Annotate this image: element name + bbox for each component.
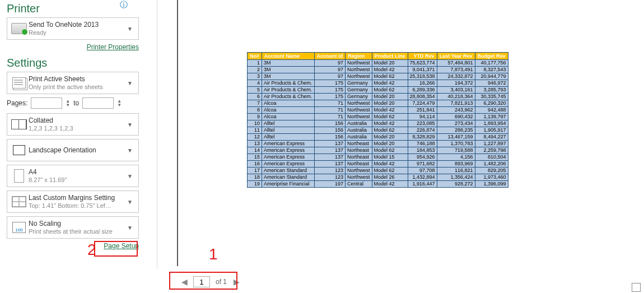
- cell: Model 62: [372, 168, 408, 174]
- printer-icon: [10, 20, 29, 38]
- cell: 1,139,797: [475, 114, 508, 120]
- zoom-to-page-icon[interactable]: [632, 283, 641, 292]
- cell: 175: [314, 80, 346, 87]
- col-header: Account id: [314, 53, 346, 60]
- cell: American Standard: [262, 174, 315, 181]
- table-row: 5Air Products & Chem.175GermanyModel 626…: [248, 87, 508, 94]
- next-page-button[interactable]: ▶: [230, 276, 243, 287]
- cell: Australia: [346, 120, 372, 127]
- cell: 273,434: [437, 120, 475, 127]
- cell: 17: [248, 168, 262, 174]
- cell: Model 62: [372, 147, 408, 154]
- cell: 6,290,320: [475, 100, 508, 107]
- cell: 137: [314, 141, 346, 147]
- cell: Northwest: [346, 100, 372, 107]
- spinner-icon[interactable]: ▲▼: [117, 99, 122, 107]
- cell: 7,873,491: [437, 67, 475, 73]
- paper-size-selector[interactable]: A4 8.27" x 11.69" ▼: [7, 165, 139, 187]
- cell: 8: [248, 107, 262, 114]
- page-number-input[interactable]: [193, 276, 210, 287]
- info-icon[interactable]: ⓘ: [120, 0, 128, 10]
- pages-from-input[interactable]: [31, 97, 62, 109]
- cell: 810,504: [475, 154, 508, 161]
- cell: 197: [314, 181, 346, 188]
- collate-selector[interactable]: Collated 1,2,3 1,2,3 1,2,3 ▼: [7, 113, 139, 136]
- print-what-selector[interactable]: Print Active Sheets Only print the activ…: [7, 72, 139, 94]
- cell: American Express: [262, 147, 315, 154]
- cell: 14: [248, 147, 262, 154]
- print-preview-area: No#Account NameAccount idRegionProduct L…: [157, 0, 644, 269]
- cell: 156: [314, 127, 346, 134]
- cell: 226,874: [408, 127, 437, 134]
- cell: 9,041,371: [408, 67, 437, 73]
- chevron-down-icon: ▼: [127, 147, 136, 154]
- prev-page-button[interactable]: ◀: [178, 276, 191, 287]
- cell: Model 42: [372, 67, 408, 73]
- cell: 11: [248, 127, 262, 134]
- collate-label: Collated: [29, 117, 127, 125]
- printer-selector[interactable]: Send To OneNote 2013 Ready ▼: [7, 17, 139, 40]
- cell: Germany: [346, 87, 372, 94]
- page-setup-link[interactable]: Page Setup: [7, 242, 139, 250]
- cell: 7: [248, 100, 262, 107]
- cell: Air Products & Chem.: [262, 87, 315, 94]
- table-row: 17American Standard123NorthwestModel 629…: [248, 168, 508, 174]
- cell: American Express: [262, 161, 315, 168]
- cell: 1,370,783: [437, 141, 475, 147]
- cell: 1,432,894: [408, 174, 437, 181]
- scaling-label: No Scaling: [29, 220, 127, 228]
- cell: 1,227,897: [475, 141, 508, 147]
- cell: Northeast: [346, 161, 372, 168]
- cell: Alcoa: [262, 100, 315, 107]
- cell: 40,218,364: [437, 94, 475, 100]
- scaling-selector[interactable]: 100 No Scaling Print sheets at their act…: [7, 216, 139, 239]
- cell: 971,682: [408, 161, 437, 168]
- cell: 94,114: [408, 114, 437, 120]
- cell: 13,467,159: [437, 134, 475, 141]
- table-row: 19Ameriprise Financial197CentralModel 42…: [248, 181, 508, 188]
- cell: 13: [248, 141, 262, 147]
- cell: 71: [314, 114, 346, 120]
- cell: 8,328,829: [408, 134, 437, 141]
- cell: 10: [248, 120, 262, 127]
- cell: 7,821,913: [437, 100, 475, 107]
- scaling-sub: Print sheets at their actual size: [29, 228, 127, 236]
- cell: 28,808,354: [408, 94, 437, 100]
- cell: Alltel: [262, 127, 315, 134]
- page-icon: [10, 167, 29, 185]
- spinner-icon[interactable]: ▲▼: [66, 99, 70, 107]
- cell: 1,905,917: [475, 127, 508, 134]
- cell: 24,332,872: [437, 73, 475, 80]
- cell: 954,926: [408, 154, 437, 161]
- table-row: 9Alcoa71NorthwestModel 6294,114690,4321,…: [248, 114, 508, 120]
- printer-properties-link[interactable]: Printer Properties: [7, 43, 139, 51]
- cell: 942,488: [475, 107, 508, 114]
- printer-name: Send To OneNote 2013: [29, 21, 127, 29]
- cell: Model 20: [372, 60, 408, 67]
- cell: Northeast: [346, 141, 372, 147]
- orientation-icon: [10, 141, 29, 159]
- collate-icon: [10, 115, 29, 133]
- margins-selector[interactable]: Last Custom Margins Setting Top: 1.41" B…: [7, 190, 139, 213]
- cell: 5: [248, 87, 262, 94]
- chevron-down-icon: ▼: [127, 173, 136, 179]
- cell: 116,821: [437, 168, 475, 174]
- cell: Northeast: [346, 147, 372, 154]
- cell: 175: [314, 87, 346, 94]
- page-total-label: of 1: [216, 278, 227, 286]
- cell: Alltel: [262, 134, 315, 141]
- scale-icon: 100: [10, 218, 29, 236]
- cell: Northwest: [346, 174, 372, 181]
- cell: 3,403,161: [437, 87, 475, 94]
- cell: 97: [314, 67, 346, 73]
- cell: 9: [248, 114, 262, 120]
- margins-label: Last Custom Margins Setting: [29, 194, 127, 202]
- pages-to-input[interactable]: [82, 97, 114, 109]
- orientation-selector[interactable]: Landscape Orientation ▼: [7, 139, 139, 161]
- cell: Alcoa: [262, 114, 315, 120]
- chevron-down-icon: ▼: [127, 26, 136, 32]
- cell: 137: [314, 147, 346, 154]
- cell: 19: [248, 181, 262, 188]
- cell: 97: [314, 60, 346, 67]
- paper-size-label: A4: [29, 168, 127, 176]
